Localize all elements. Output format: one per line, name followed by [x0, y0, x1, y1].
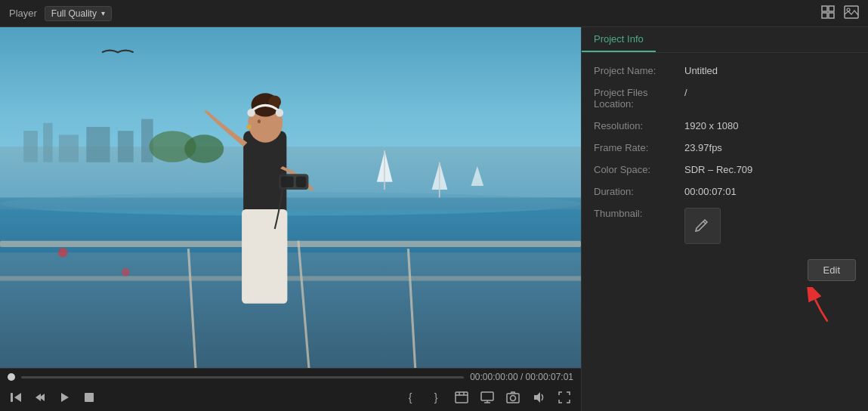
svg-marker-41	[14, 393, 21, 402]
label-color-space: Color Space:	[594, 164, 684, 175]
svg-point-17	[184, 134, 224, 162]
svg-point-35	[247, 109, 255, 116]
stop-button[interactable]	[80, 388, 98, 406]
grid-layout-icon[interactable]	[821, 5, 835, 22]
time-display: 00:00:00:00 / 00:00:07:01	[470, 372, 573, 382]
info-row-frame-rate: Frame Rate: 23.97fps	[594, 142, 856, 153]
top-bar: Player Full Quality ▾	[0, 0, 868, 27]
svg-rect-34	[296, 176, 307, 187]
label-thumbnail: Thumbnail:	[594, 208, 684, 219]
value-resolution: 1920 x 1080	[684, 120, 739, 131]
value-color-space: SDR – Rec.709	[684, 164, 752, 175]
svg-rect-10	[23, 131, 38, 162]
thumbnail-area: Thumbnail:	[594, 208, 856, 244]
edit-button[interactable]: Edit	[808, 259, 856, 281]
progress-track[interactable]	[21, 376, 464, 379]
svg-rect-3	[829, 13, 834, 18]
svg-rect-40	[11, 393, 13, 402]
control-bar: 00:00:00:00 / 00:00:07:01	[0, 368, 581, 411]
time-separator: /	[520, 372, 526, 382]
svg-marker-43	[36, 394, 41, 401]
tab-project-info[interactable]: Project Info	[582, 27, 656, 52]
svg-rect-12	[59, 134, 79, 162]
svg-point-37	[246, 125, 251, 129]
mark-in-button[interactable]: {	[401, 388, 419, 406]
svg-rect-33	[281, 176, 294, 187]
info-row-color-space: Color Space: SDR – Rec.709	[594, 164, 856, 175]
video-container	[0, 27, 581, 368]
svg-marker-55	[534, 392, 540, 403]
progress-dot[interactable]	[8, 373, 15, 381]
label-project-files: Project Files Location:	[594, 87, 684, 110]
right-controls: { }	[401, 388, 573, 406]
value-project-files: /	[684, 87, 687, 98]
time-total: 00:00:07:01	[526, 372, 573, 382]
svg-rect-0	[822, 6, 827, 11]
edit-btn-row: Edit	[594, 259, 856, 281]
info-row-project-name: Project Name: Untitled	[594, 65, 856, 76]
skip-back-button[interactable]	[8, 388, 26, 406]
red-arrow-icon	[800, 287, 838, 327]
svg-rect-20	[0, 252, 581, 368]
label-resolution: Resolution:	[594, 120, 684, 131]
image-icon[interactable]	[844, 5, 859, 22]
svg-rect-14	[118, 131, 134, 162]
svg-point-54	[511, 396, 516, 401]
svg-point-39	[122, 268, 129, 276]
arrow-container	[594, 287, 838, 327]
step-back-button[interactable]	[32, 388, 50, 406]
label-project-name: Project Name:	[594, 65, 684, 76]
svg-point-31	[258, 119, 261, 123]
value-duration: 00:00:07:01	[684, 186, 737, 197]
svg-rect-19	[439, 162, 440, 198]
svg-rect-1	[829, 6, 834, 11]
scene-svg	[0, 27, 581, 368]
quality-dropdown[interactable]: Full Quality ▾	[45, 6, 112, 21]
sidebar: Project Info Project Name: Untitled Proj…	[581, 27, 868, 411]
label-duration: Duration:	[594, 186, 684, 197]
svg-rect-46	[456, 392, 468, 403]
time-current: 00:00:00:00	[470, 372, 517, 382]
label-frame-rate: Frame Rate:	[594, 142, 684, 153]
sidebar-content: Project Name: Untitled Project Files Loc…	[582, 53, 868, 411]
fullscreen-button[interactable]	[555, 388, 573, 406]
thumbnail-box[interactable]	[684, 208, 721, 244]
main-content: 00:00:00:00 / 00:00:07:01	[0, 27, 868, 411]
svg-rect-18	[384, 150, 385, 190]
value-frame-rate: 23.97fps	[684, 142, 722, 153]
edit-thumbnail-icon	[694, 216, 711, 236]
svg-point-38	[58, 248, 67, 257]
info-row-project-files: Project Files Location: /	[594, 87, 856, 110]
controls-row: { }	[0, 385, 581, 411]
svg-rect-2	[822, 13, 827, 18]
svg-rect-11	[43, 123, 52, 162]
value-project-name: Untitled	[684, 65, 718, 76]
info-row-resolution: Resolution: 1920 x 1080	[594, 120, 856, 131]
svg-rect-24	[0, 241, 581, 247]
chevron-down-icon: ▾	[101, 9, 105, 17]
player-label: Player	[9, 8, 37, 19]
svg-rect-27	[242, 209, 287, 304]
svg-rect-45	[85, 393, 94, 402]
top-bar-right	[821, 5, 859, 22]
quality-label: Full Quality	[51, 8, 97, 19]
info-row-duration: Duration: 00:00:07:01	[594, 186, 856, 197]
svg-marker-44	[61, 393, 69, 402]
svg-rect-50	[481, 392, 493, 400]
svg-point-36	[276, 109, 283, 116]
audio-button[interactable]	[530, 388, 548, 406]
snapshot-button[interactable]	[504, 388, 522, 406]
play-button[interactable]	[56, 388, 74, 406]
player-area: 00:00:00:00 / 00:00:07:01	[0, 27, 581, 411]
clip-button[interactable]	[453, 388, 471, 406]
progress-row: 00:00:00:00 / 00:00:07:01	[0, 369, 581, 385]
video-scene	[0, 27, 581, 368]
svg-rect-13	[86, 127, 110, 162]
sidebar-tabs: Project Info	[582, 27, 868, 53]
monitor-button[interactable]	[478, 388, 496, 406]
mark-out-button[interactable]: }	[427, 388, 445, 406]
svg-rect-25	[0, 276, 581, 280]
